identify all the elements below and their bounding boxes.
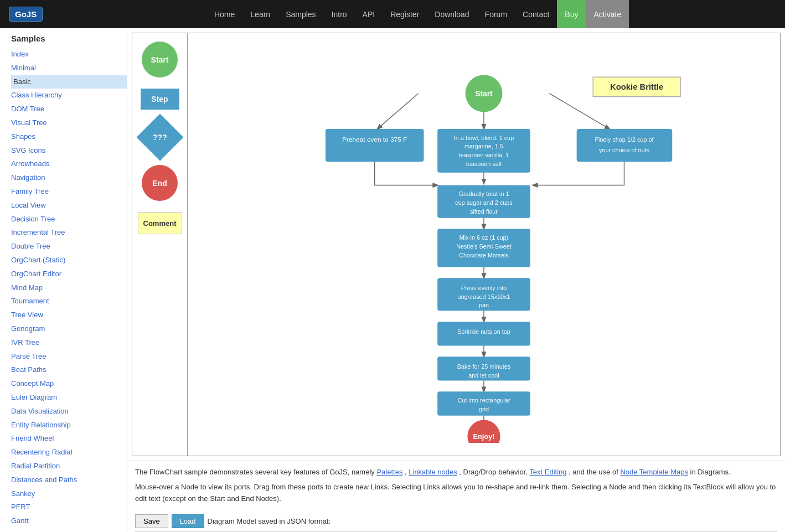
load-button[interactable]: Load	[172, 514, 204, 528]
sidebar-item-gantt[interactable]: Gantt	[11, 514, 127, 528]
svg-text:teaspoon vanilla, 1: teaspoon vanilla, 1	[459, 152, 509, 158]
sidebar-item-mind-map[interactable]: Mind Map	[11, 281, 127, 295]
flowchart-area[interactable]: Kookie Brittle Start Preheat oven to 375…	[188, 33, 780, 456]
svg-text:Press evenly into: Press evenly into	[461, 285, 507, 291]
save-button[interactable]: Save	[135, 514, 168, 528]
sidebar-item-orgchart-static[interactable]: OrgChart (Static)	[11, 254, 127, 267]
sidebar: Samples Index Minimal Basic Class Hierar…	[0, 28, 127, 532]
svg-line-6	[549, 94, 609, 129]
sidebar-item-entity-relationship[interactable]: Entity Relationship	[11, 419, 127, 432]
sidebar-item-tree-view[interactable]: Tree View	[11, 308, 127, 322]
sidebar-item-visual-tree[interactable]: Visual Tree	[11, 116, 127, 130]
sidebar-item-arrowheads[interactable]: Arrowheads	[11, 157, 127, 171]
link-palettes[interactable]: Palettes	[376, 468, 402, 476]
sidebar-item-friend-wheel[interactable]: Friend Wheel	[11, 432, 127, 446]
svg-text:teaspoon salt: teaspoon salt	[466, 161, 502, 167]
description: The FlowChart sample demonstrates severa…	[127, 461, 785, 510]
svg-text:margarine, 1.5: margarine, 1.5	[464, 143, 503, 149]
nav-samples[interactable]: Samples	[278, 0, 323, 28]
nav-activate[interactable]: Activate	[586, 0, 629, 28]
sidebar-item-beat-paths[interactable]: Beat Paths	[11, 363, 127, 377]
page-body: Samples Index Minimal Basic Class Hierar…	[0, 28, 785, 532]
sidebar-item-orgchart-editor[interactable]: OrgChart Editor	[11, 267, 127, 281]
nav-home[interactable]: Home	[206, 0, 242, 28]
diagram-container: Start Step ??? End Comment Kookie Brittl…	[132, 33, 781, 456]
svg-text:Nestle's Semi-Sweet: Nestle's Semi-Sweet	[456, 243, 512, 250]
sidebar-item-index[interactable]: Index	[11, 48, 127, 61]
nav-intro[interactable]: Intro	[324, 0, 355, 28]
main-content: Start Step ??? End Comment Kookie Brittl…	[127, 28, 785, 532]
sidebar-item-data-visualization[interactable]: Data Visualization	[11, 405, 127, 419]
sidebar-item-distances-paths[interactable]: Distances and Paths	[11, 473, 127, 487]
sidebar-item-sankey[interactable]: Sankey	[11, 487, 127, 501]
sidebar-item-euler-diagram[interactable]: Euler Diagram	[11, 391, 127, 405]
sidebar-item-recentering-radial[interactable]: Recentering Radial	[11, 446, 127, 459]
svg-text:Gradually beat in 1: Gradually beat in 1	[459, 190, 509, 197]
sidebar-item-genogram[interactable]: Genogram	[11, 322, 127, 336]
svg-rect-14	[577, 129, 673, 162]
sidebar-item-minimal[interactable]: Minimal	[11, 61, 127, 75]
svg-text:Bake for 25 minutes: Bake for 25 minutes	[457, 363, 511, 370]
palette-end-node[interactable]: End	[142, 165, 178, 201]
sidebar-item-incremental-tree[interactable]: Incremental Tree	[11, 226, 127, 240]
sidebar-item-family-tree[interactable]: Family Tree	[11, 185, 127, 199]
svg-text:Sprinkle nuts on top: Sprinkle nuts on top	[457, 328, 510, 335]
save-label: Diagram Model saved in JSON format:	[208, 517, 331, 525]
link-node-template-maps[interactable]: Node Template Maps	[620, 468, 688, 476]
sidebar-item-tournament[interactable]: Tournament	[11, 295, 127, 308]
save-load-buttons: Save Load Diagram Model saved in JSON fo…	[135, 514, 777, 528]
svg-rect-7	[326, 129, 424, 162]
svg-text:pan: pan	[479, 302, 489, 308]
palette-decision-label: ???	[153, 133, 167, 142]
sidebar-item-shapes[interactable]: Shapes	[11, 130, 127, 144]
description-p1: The FlowChart sample demonstrates severa…	[135, 467, 777, 478]
link-text-editing[interactable]: Text Editing	[529, 468, 566, 476]
link-linkable-nodes[interactable]: Linkable nodes	[409, 468, 457, 476]
sidebar-item-double-tree[interactable]: Double Tree	[11, 240, 127, 254]
description-p2: Mouse-over a Node to view its ports. Dra…	[135, 482, 777, 505]
svg-text:Start: Start	[475, 90, 493, 98]
svg-text:ungreased 15x10x1: ungreased 15x10x1	[457, 293, 510, 300]
navbar: GoJS Home Learn Samples Intro API Regist…	[0, 0, 785, 28]
sidebar-item-concept-map[interactable]: Concept Map	[11, 377, 127, 391]
nav-api[interactable]: API	[355, 0, 383, 28]
save-load-area: Save Load Diagram Model saved in JSON fo…	[127, 510, 785, 532]
sidebar-item-ivr-tree[interactable]: IVR Tree	[11, 336, 127, 350]
sidebar-title: Samples	[11, 34, 127, 43]
svg-text:Mix in 6 oz (1 cup): Mix in 6 oz (1 cup)	[459, 234, 508, 241]
nav-buy[interactable]: Buy	[557, 0, 586, 28]
nav-register[interactable]: Register	[383, 0, 427, 28]
sidebar-item-class-hierarchy[interactable]: Class Hierarchy	[11, 89, 127, 102]
svg-text:Kookie Brittle: Kookie Brittle	[610, 82, 663, 91]
sidebar-item-navigation[interactable]: Navigation	[11, 171, 127, 185]
sidebar-item-local-view[interactable]: Local View	[11, 199, 127, 213]
sidebar-item-parse-tree[interactable]: Parse Tree	[11, 350, 127, 364]
palette-step-node[interactable]: Step	[141, 89, 179, 110]
sidebar-item-basic[interactable]: Basic	[11, 75, 127, 89]
sidebar-item-decision-tree[interactable]: Decision Tree	[11, 213, 127, 226]
svg-text:Preheat oven to 375 F: Preheat oven to 375 F	[342, 136, 407, 143]
flowchart-svg: Kookie Brittle Start Preheat oven to 375…	[199, 44, 769, 443]
sidebar-item-pert[interactable]: PERT	[11, 500, 127, 514]
palette-start-node[interactable]: Start	[142, 42, 178, 78]
svg-text:Finely chop 1/2 cup of: Finely chop 1/2 cup of	[595, 136, 654, 143]
svg-line-4	[378, 94, 419, 129]
palette: Start Step ??? End Comment	[132, 33, 188, 456]
svg-text:sifted flour: sifted flour	[470, 208, 498, 215]
nav-contact[interactable]: Contact	[515, 0, 557, 28]
sidebar-item-radial-partition[interactable]: Radial Partition	[11, 459, 127, 473]
sidebar-item-svg-icons[interactable]: SVG Icons	[11, 144, 127, 158]
nav-download[interactable]: Download	[427, 0, 477, 28]
logo[interactable]: GoJS	[9, 7, 43, 22]
sidebar-item-dom-tree[interactable]: DOM Tree	[11, 102, 127, 116]
svg-text:Enjoy!: Enjoy!	[473, 432, 494, 441]
nav-links: Home Learn Samples Intro API Register Do…	[59, 0, 776, 28]
svg-text:In a bowl, blend: 1 cup: In a bowl, blend: 1 cup	[454, 135, 514, 141]
sidebar-item-shop-floor[interactable]: Shop Floor Monitor	[11, 528, 127, 532]
nav-forum[interactable]: Forum	[477, 0, 515, 28]
palette-comment-node[interactable]: Comment	[138, 212, 182, 234]
svg-text:Chocolate Morsels: Chocolate Morsels	[459, 252, 509, 259]
palette-decision-node[interactable]: ???	[136, 114, 183, 161]
svg-text:and let cool: and let cool	[468, 372, 499, 379]
nav-learn[interactable]: Learn	[242, 0, 278, 28]
